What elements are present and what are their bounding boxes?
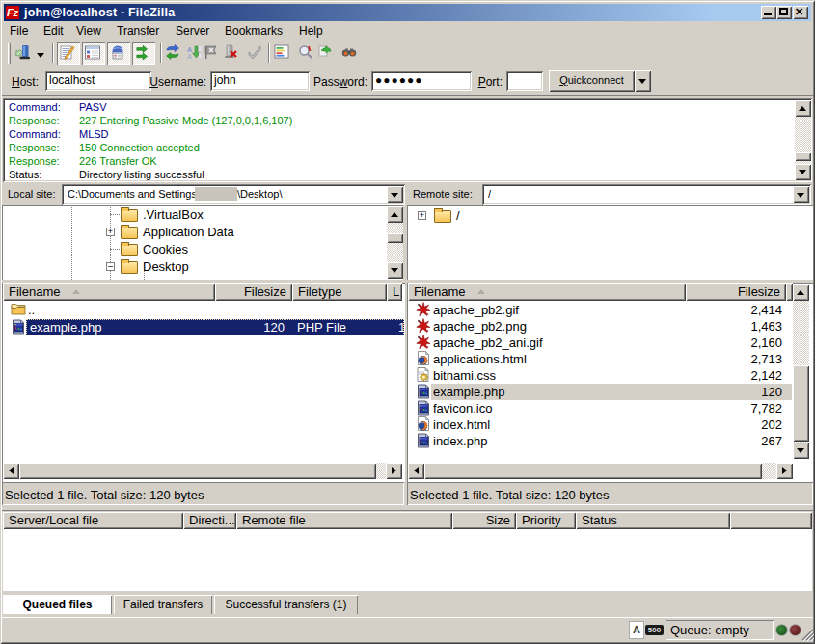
svg-text:A: A (187, 53, 192, 60)
svg-text:A: A (187, 46, 192, 53)
